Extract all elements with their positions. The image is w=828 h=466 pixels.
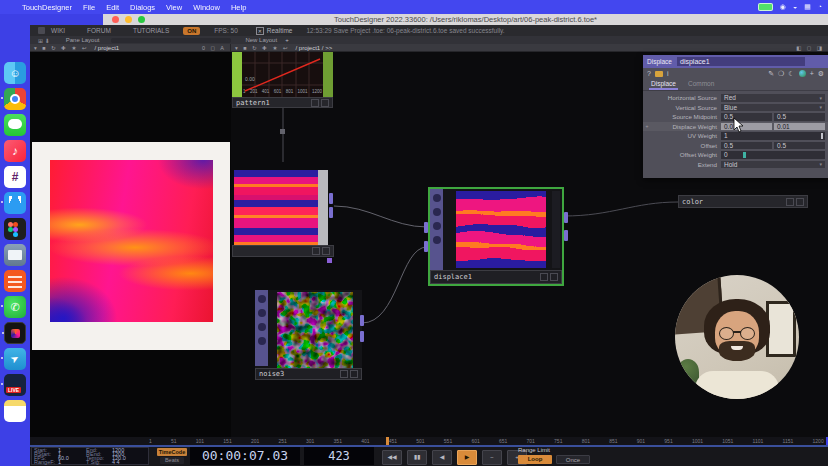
toolbar-icon[interactable] <box>38 27 45 34</box>
menu-item[interactable]: File <box>83 3 95 12</box>
toolbar-link[interactable]: WIKI <box>51 27 65 34</box>
dock-icon[interactable] <box>4 114 26 136</box>
layout-icons[interactable]: ⊞ ⬇ <box>38 37 50 44</box>
edit-icon[interactable]: ✎ <box>768 70 774 78</box>
menu-item[interactable]: Window <box>193 3 220 12</box>
menubar-status-icon[interactable]: ◉ <box>780 3 786 11</box>
beats-toggle[interactable]: Beats <box>160 457 184 464</box>
value-field-1[interactable]: 0.01 <box>721 123 772 131</box>
dock-icon[interactable] <box>4 192 26 214</box>
expander-icon[interactable]: + <box>643 123 651 129</box>
transport-button[interactable]: − <box>482 450 502 465</box>
node-plate-icons[interactable] <box>312 247 330 255</box>
menu-item[interactable]: TouchDesigner <box>22 3 72 12</box>
parameter-label[interactable]: Displace Weight <box>651 123 721 130</box>
parameter-label[interactable]: Extend <box>651 161 721 168</box>
color-node[interactable]: color <box>678 195 808 208</box>
transport-button[interactable]: ▮▮ <box>407 450 427 465</box>
pane-corner-icons[interactable]: 0 ◻ A <box>202 45 226 51</box>
dock-icon[interactable] <box>4 166 26 188</box>
timecode-display[interactable]: 00:00:07.03 <box>190 447 300 465</box>
noise3-viewer[interactable] <box>277 292 353 368</box>
comment-icon[interactable]: ❍ <box>778 70 784 78</box>
node-plate-icons[interactable] <box>340 370 358 378</box>
timeline-value[interactable]: 4 4 <box>112 461 146 465</box>
transport-button[interactable]: ◀ <box>432 450 452 465</box>
node-name[interactable]: displace1 <box>434 273 472 281</box>
pane-path[interactable]: / project1 <box>94 45 119 51</box>
once-button[interactable]: Once <box>556 455 590 464</box>
dropdown-field[interactable]: Blue▾ <box>721 104 825 112</box>
language-globe-icon[interactable] <box>799 70 806 77</box>
loop-button[interactable]: Loop <box>518 455 552 464</box>
timecode-toggle[interactable]: TimeCode <box>157 448 187 456</box>
op-name-field[interactable]: displace1 <box>677 57 805 66</box>
menu-item[interactable]: Dialogs <box>130 3 155 12</box>
displace1-name-plate[interactable]: displace1 <box>430 270 562 284</box>
slider-field[interactable]: 1 <box>721 132 825 140</box>
node-flag-right[interactable] <box>318 170 328 245</box>
output-connector[interactable] <box>329 207 333 218</box>
parameter-tab[interactable]: Displace <box>649 79 678 90</box>
menu-item[interactable]: Help <box>231 3 246 12</box>
transport-button[interactable]: ◀◀ <box>382 450 402 465</box>
timeline-value[interactable]: 1 <box>58 461 86 465</box>
ramp-top-viewer[interactable] <box>234 170 318 245</box>
value-field-2[interactable]: 0.5 <box>774 113 825 121</box>
pane-layout-label[interactable]: Pane Layout <box>66 37 100 43</box>
pane-corner-icons[interactable]: ◧ ◻ ◨ <box>796 45 824 51</box>
displace1-node[interactable]: displace1 <box>428 187 564 286</box>
new-layout-label[interactable]: New Layout <box>245 37 277 43</box>
layout-tab-slots[interactable] <box>111 38 231 43</box>
dock-icon[interactable] <box>4 62 26 84</box>
settings-gear-icon[interactable]: ⚙ <box>818 70 824 78</box>
pane-toolbar-icons[interactable]: ▾ ■ ↻ ✚ ★ ↩ <box>34 45 88 51</box>
slider-handle[interactable] <box>821 133 824 139</box>
parameter-label[interactable]: Offset Weight <box>651 151 721 158</box>
node-flag-right[interactable] <box>552 191 560 268</box>
output-connector[interactable] <box>360 331 364 342</box>
toolbar-link[interactable]: FORUM <box>87 27 111 34</box>
dropdown-field[interactable]: Hold▾ <box>721 161 825 169</box>
node-flag-column[interactable] <box>430 189 443 270</box>
slider-handle[interactable] <box>743 152 746 158</box>
toolbar-badge[interactable]: ON <box>183 27 200 35</box>
pattern1-node[interactable]: pattern1 <box>232 97 333 108</box>
output-connector[interactable] <box>329 193 333 204</box>
parameter-tab[interactable]: Common <box>686 79 716 90</box>
parameter-label[interactable]: Horizontal Source <box>651 94 721 101</box>
menubar-status-icon[interactable]: ◒ <box>793 3 797 11</box>
toolbar-link[interactable]: TUTORIALS <box>133 27 169 34</box>
input-connector[interactable] <box>424 222 428 233</box>
ramp-node[interactable] <box>232 245 334 257</box>
input-connector[interactable] <box>424 241 428 252</box>
noise3-node[interactable]: noise3 <box>255 290 362 380</box>
output-connector[interactable] <box>360 315 364 326</box>
value-field-1[interactable]: 0.5 <box>721 142 772 150</box>
value-field-1[interactable]: 0.5 <box>721 113 772 121</box>
node-name[interactable]: pattern1 <box>236 99 270 107</box>
parameter-label[interactable]: Source Midpoint <box>651 113 721 120</box>
frame-counter[interactable]: 423 <box>304 447 374 465</box>
dock-icon[interactable] <box>4 374 26 396</box>
realtime-checkbox[interactable]: ✕ <box>256 27 264 35</box>
node-flag-left[interactable] <box>232 52 242 97</box>
output-artwork[interactable] <box>50 160 213 322</box>
realtime-label[interactable]: Realtime <box>267 27 293 34</box>
dropdown-field[interactable]: Red▾ <box>721 94 825 102</box>
dock-icon[interactable] <box>4 270 26 292</box>
value-field-2[interactable]: 0.01 <box>774 123 825 131</box>
output-connector[interactable] <box>564 230 568 241</box>
dock-icon[interactable] <box>4 88 26 110</box>
node-plate-icons[interactable] <box>786 198 804 206</box>
noise3-name-plate[interactable]: noise3 <box>255 368 362 380</box>
dock-icon[interactable] <box>4 348 26 370</box>
dock-icon[interactable] <box>4 140 26 162</box>
add-layout-button[interactable]: + <box>285 37 289 43</box>
node-info-badge[interactable] <box>327 258 332 263</box>
menu-item[interactable]: View <box>166 3 182 12</box>
apple-menu-icon[interactable] <box>6 3 14 11</box>
folder-icon[interactable] <box>655 71 663 77</box>
dock-icon[interactable] <box>4 322 26 344</box>
help-icon[interactable]: ? <box>647 70 651 77</box>
